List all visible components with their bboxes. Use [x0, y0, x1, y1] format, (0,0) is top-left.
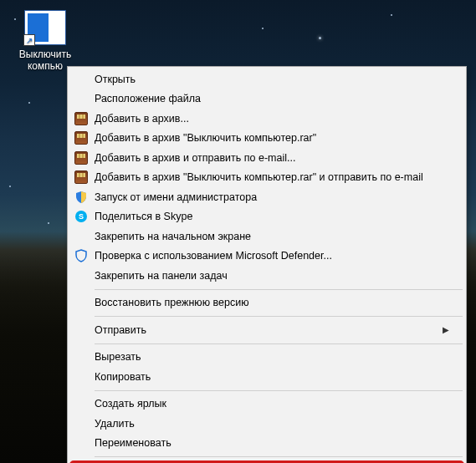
desktop-shortcut[interactable]: ↗ Выключить компью: [12, 10, 79, 73]
menu-cut-label: Вырезать: [95, 351, 141, 363]
menu-share-skype[interactable]: S Поделиться в Skype: [69, 207, 464, 227]
menu-pin-taskbar-label: Закрепить на панели задач: [95, 270, 228, 282]
menu-restore-version[interactable]: Восстановить прежнюю версию: [69, 293, 464, 313]
context-menu: Открыть Расположение файла Добавить в ар…: [67, 66, 467, 463]
menu-add-archive-label: Добавить в архив...: [95, 113, 189, 125]
skype-icon: S: [74, 210, 88, 223]
menu-pin-start-label: Закрепить на начальном экране: [95, 231, 251, 242]
menu-pin-taskbar[interactable]: Закрепить на панели задач: [69, 266, 464, 286]
winrar-icon: [74, 131, 88, 145]
menu-add-named-email[interactable]: Добавить в архив "Выключить компьютер.ra…: [69, 168, 464, 188]
menu-add-archive[interactable]: Добавить в архив...: [69, 109, 464, 129]
shortcut-icon: ↗: [24, 10, 66, 45]
menu-add-email-label: Добавить в архив и отправить по e-mail..…: [95, 152, 295, 164]
menu-restore-version-label: Восстановить прежнюю версию: [95, 297, 249, 308]
defender-icon: [74, 249, 88, 262]
menu-create-shortcut-label: Создать ярлык: [95, 398, 166, 410]
menu-rename-label: Переименовать: [95, 437, 171, 449]
menu-add-email[interactable]: Добавить в архив и отправить по e-mail..…: [69, 148, 464, 168]
menu-defender-scan[interactable]: Проверка с использованием Microsoft Defe…: [69, 247, 464, 267]
menu-copy[interactable]: Копировать: [69, 367, 464, 387]
menu-share-skype-label: Поделиться в Skype: [95, 211, 192, 222]
menu-run-as-admin-label: Запуск от имени администратора: [95, 191, 257, 203]
separator: [95, 316, 463, 317]
separator: [95, 289, 463, 290]
menu-add-named-email-label: Добавить в архив "Выключить компьютер.ra…: [95, 171, 423, 183]
menu-copy-label: Копировать: [95, 371, 151, 383]
menu-pin-start[interactable]: Закрепить на начальном экране: [69, 226, 464, 247]
menu-defender-scan-label: Проверка с использованием Microsoft Defe…: [95, 250, 332, 262]
svg-text:S: S: [79, 212, 84, 221]
winrar-icon: [74, 170, 88, 184]
shortcut-overlay-icon: ↗: [23, 34, 35, 46]
menu-send-to[interactable]: Отправить ▶: [69, 320, 464, 340]
shield-icon: [74, 191, 88, 204]
menu-file-location[interactable]: Расположение файла: [69, 89, 464, 109]
menu-add-named-label: Добавить в архив "Выключить компьютер.ra…: [95, 132, 316, 144]
menu-create-shortcut[interactable]: Создать ярлык: [69, 394, 464, 415]
menu-cut[interactable]: Вырезать: [69, 348, 464, 368]
menu-delete-label: Удалить: [95, 418, 135, 430]
winrar-icon: [74, 151, 88, 165]
menu-file-location-label: Расположение файла: [95, 93, 201, 104]
menu-send-to-label: Отправить: [95, 324, 146, 336]
menu-add-named[interactable]: Добавить в архив "Выключить компьютер.ra…: [69, 129, 464, 149]
separator: [95, 390, 463, 391]
menu-open[interactable]: Открыть: [69, 69, 464, 89]
submenu-arrow-icon: ▶: [443, 325, 449, 334]
menu-rename[interactable]: Переименовать: [69, 434, 464, 454]
winrar-icon: [74, 112, 88, 125]
menu-open-label: Открыть: [95, 74, 136, 85]
separator: [95, 343, 463, 344]
separator: [95, 456, 463, 457]
menu-run-as-admin[interactable]: Запуск от имени администратора: [69, 187, 464, 207]
menu-delete[interactable]: Удалить: [69, 414, 464, 434]
